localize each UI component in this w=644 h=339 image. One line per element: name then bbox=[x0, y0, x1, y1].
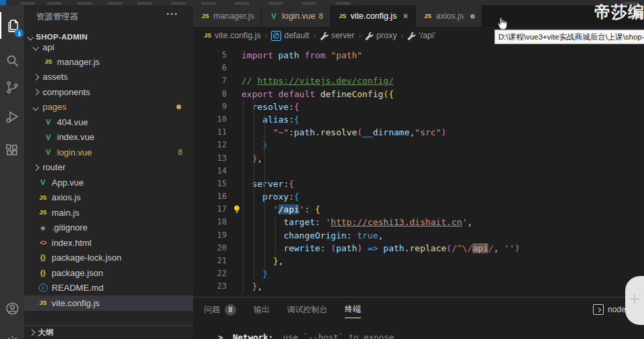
file-tree-item-index.html[interactable]: <>index.html bbox=[24, 235, 193, 251]
line-number: 5 bbox=[193, 49, 227, 62]
method-wrench-icon bbox=[365, 31, 376, 40]
indent-guide bbox=[264, 113, 265, 268]
breadcrumb-item-1[interactable]: default bbox=[271, 31, 309, 41]
breadcrumb-label: server bbox=[331, 31, 355, 40]
file-tree-item-index.vue[interactable]: Vindex.vue bbox=[24, 130, 193, 145]
vue-file-icon: V bbox=[43, 117, 54, 127]
extensions-icon[interactable] bbox=[0, 137, 24, 163]
panel-tab-调试控制台[interactable]: 调试控制台 bbox=[287, 301, 327, 318]
code-line-21: 21 }, bbox=[193, 255, 644, 267]
tab-label: login.vue bbox=[282, 11, 315, 21]
file-tree-item-pages[interactable]: pages bbox=[24, 100, 193, 115]
file-tree-item-main.js[interactable]: JSmain.js bbox=[24, 205, 193, 220]
tab-login.vue[interactable]: Vlogin.vue8 bbox=[262, 5, 329, 27]
tab-label: manager.js bbox=[213, 11, 254, 21]
file-tree-item-README.md[interactable]: iREADME.md bbox=[24, 281, 193, 296]
code-line-15: 15 server:{ bbox=[193, 178, 644, 190]
breadcrumb-item-3[interactable]: proxy bbox=[365, 31, 397, 40]
modified-dot-icon[interactable] bbox=[470, 14, 475, 19]
line-number: 9 bbox=[193, 100, 227, 113]
search-icon[interactable] bbox=[0, 47, 24, 74]
chevron-down-icon bbox=[33, 44, 39, 50]
lightbulb-icon[interactable] bbox=[232, 204, 241, 214]
js-file-icon: JS bbox=[38, 208, 48, 217]
file-tree-item-.gitignore[interactable]: ◆.gitignore bbox=[24, 220, 193, 236]
line-content: }, bbox=[241, 255, 284, 267]
file-tree-item-404.vue[interactable]: V404.vue bbox=[24, 115, 193, 130]
file-tree-item-package.json[interactable]: {}package.json bbox=[24, 265, 193, 281]
code-line-12: 12 } bbox=[193, 139, 644, 151]
line-number: 19 bbox=[193, 229, 227, 242]
line-number: 18 bbox=[193, 216, 227, 228]
breadcrumb-item-4[interactable]: '/api' bbox=[407, 31, 435, 40]
file-tree-item-login.vue[interactable]: Vlogin.vue8 bbox=[24, 145, 193, 160]
more-actions-icon[interactable]: ··· bbox=[166, 8, 178, 19]
new-terminal-icon[interactable]: + bbox=[629, 289, 640, 310]
panel-tabs: 问题8输出调试控制台终端 bbox=[204, 297, 378, 322]
code-line-6: 6 bbox=[193, 62, 644, 74]
account-icon[interactable] bbox=[0, 295, 24, 322]
project-section-header[interactable]: SHOP-ADMIN bbox=[24, 29, 193, 44]
file-tree-item-router[interactable]: router bbox=[24, 160, 193, 176]
panel-tab-输出[interactable]: 输出 bbox=[254, 301, 270, 318]
line-content: }, bbox=[241, 152, 262, 165]
line-number: 16 bbox=[193, 190, 227, 203]
menu-text-fragment bbox=[138, 2, 152, 5]
code-area[interactable]: 5import path from "path"67// https://vit… bbox=[193, 44, 644, 297]
file-label: README.md bbox=[52, 283, 103, 293]
line-content: import path from "path" bbox=[241, 49, 362, 62]
indent-guide bbox=[254, 100, 254, 281]
file-label: 404.vue bbox=[57, 117, 88, 127]
breadcrumb-item-0[interactable]: JSvite.config.js bbox=[203, 31, 261, 40]
file-tree-item-api[interactable]: api bbox=[24, 44, 193, 54]
menu-text-fragment bbox=[268, 2, 283, 5]
js-file-icon: JS bbox=[43, 57, 54, 66]
line-content: }, bbox=[241, 280, 262, 293]
tab-manager.js[interactable]: JSmanager.js bbox=[193, 5, 261, 27]
outline-section[interactable]: 大纲 bbox=[24, 325, 193, 339]
indent-guide bbox=[275, 216, 276, 255]
settings-icon[interactable] bbox=[0, 328, 24, 339]
menu-text-fragment bbox=[20, 2, 35, 5]
bottom-panel: 问题8输出调试控制台终端 > Network: use `--host` to … bbox=[193, 297, 644, 339]
file-tree-item-manager.js[interactable]: JSmanager.js bbox=[24, 54, 193, 70]
panel-tab-label: 终端 bbox=[345, 303, 361, 315]
panel-tab-终端[interactable]: 终端 bbox=[345, 301, 361, 318]
panel-tab-问题[interactable]: 问题8 bbox=[204, 301, 236, 318]
editor-group: JSmanager.jsVlogin.vue8JSvite.config.js×… bbox=[193, 5, 644, 339]
code-line-19: 19 changeOrigin: true, bbox=[193, 229, 644, 242]
terminal-output-line: > Network: use `--host` to expose bbox=[218, 332, 394, 339]
modified-dot-badge bbox=[176, 105, 181, 109]
file-tree-item-assets[interactable]: assets bbox=[24, 70, 193, 85]
chevron-right-icon bbox=[33, 164, 39, 170]
outline-label: 大纲 bbox=[38, 328, 54, 338]
source-control-icon[interactable] bbox=[0, 74, 24, 100]
json-file-icon: {} bbox=[38, 253, 48, 263]
line-content: target: 'http://ceshi13.dishait.cn', bbox=[241, 216, 472, 228]
problems-count-badge: 8 bbox=[178, 148, 182, 156]
js-file-icon: JS bbox=[203, 31, 213, 40]
line-number: 21 bbox=[193, 255, 227, 267]
tab-axios.js[interactable]: JSaxios.js bbox=[416, 5, 482, 27]
run-debug-icon[interactable] bbox=[0, 103, 24, 130]
terminal-network-label: Network: bbox=[233, 332, 273, 339]
terminal-shell-picker[interactable]: node bbox=[593, 304, 626, 315]
breadcrumb-item-2[interactable]: server bbox=[320, 31, 355, 40]
code-line-16: 16 proxy:{ bbox=[193, 190, 644, 203]
breadcrumb-separator: › bbox=[401, 31, 404, 40]
code-line-10: 10 alias:{ bbox=[193, 113, 644, 126]
explorer-icon[interactable]: 1 bbox=[0, 12, 24, 39]
tab-vite.config.js[interactable]: JSvite.config.js× bbox=[331, 5, 415, 27]
file-tree-item-App.vue[interactable]: VApp.vue bbox=[24, 175, 193, 190]
breadcrumb-separator: › bbox=[265, 31, 268, 40]
project-name: SHOP-ADMIN bbox=[36, 33, 88, 41]
close-icon[interactable]: × bbox=[402, 11, 408, 21]
file-tree-item-components[interactable]: components bbox=[24, 84, 193, 100]
tab-problems-badge: 8 bbox=[319, 12, 323, 20]
file-tree-item-packagelock.json[interactable]: {}package-lock.json bbox=[24, 251, 193, 266]
file-tree-item-axios.js[interactable]: JSaxios.js bbox=[24, 190, 193, 206]
line-content: alias:{ bbox=[241, 113, 299, 126]
panel-problems-badge: 8 bbox=[225, 304, 236, 316]
file-tree-item-vite.config.js[interactable]: JSvite.config.js bbox=[24, 295, 193, 311]
vue-file-icon: V bbox=[43, 147, 54, 157]
